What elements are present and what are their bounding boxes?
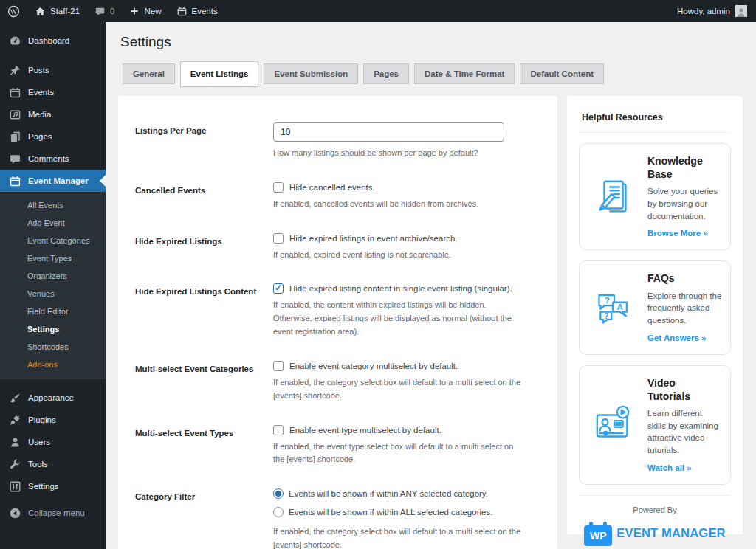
svg-text:?: ? — [605, 296, 610, 305]
field-label: Multi-select Event Types — [135, 425, 273, 467]
submenu-organizers[interactable]: Organizers — [0, 267, 106, 285]
help-text: If enabled, the category select box will… — [273, 376, 524, 403]
card-desc: Explore through the frequently asked que… — [647, 290, 723, 327]
pages-icon — [9, 131, 21, 143]
wrench-icon — [9, 458, 21, 471]
field-label: Listings Per Page — [135, 122, 273, 160]
submenu-add-event[interactable]: Add Event — [0, 214, 106, 232]
multiselect-categories-checkbox[interactable] — [273, 361, 284, 371]
checkbox-label: Hide expired listings in event archive/s… — [289, 234, 458, 243]
category-filter-all-radio[interactable] — [273, 507, 284, 517]
sidebar-item-users[interactable]: Users — [0, 431, 106, 453]
tab-event-submission[interactable]: Event Submission — [264, 63, 358, 84]
radio-label: Events will be shown if within ANY selec… — [289, 489, 488, 498]
media-icon — [9, 108, 21, 121]
sidebar-item-plugins[interactable]: Plugins — [0, 409, 106, 431]
knowledge-base-card: Knowledge Base Solve your queries by bro… — [579, 143, 731, 250]
user-icon — [9, 436, 21, 449]
svg-text:?: ? — [604, 312, 608, 320]
listings-per-page-input[interactable] — [273, 122, 504, 142]
helpful-resources-panel: Helpful Resources Knowledge Base Solve y… — [567, 96, 743, 534]
settings-form-panel: Listings Per Page How many listings shou… — [118, 96, 557, 549]
video-tutorials-icon — [587, 404, 642, 446]
hide-cancelled-events-checkbox[interactable] — [273, 182, 284, 193]
hide-expired-listings-checkbox[interactable] — [273, 233, 284, 244]
powered-by-label: Powered By — [579, 505, 731, 514]
wp-calendar-logo-icon: WP — [584, 525, 612, 546]
hide-expired-content-checkbox[interactable] — [273, 283, 284, 294]
sidebar-item-media[interactable]: Media — [0, 103, 106, 125]
card-desc: Solve your queries by browsing our docum… — [647, 185, 723, 222]
wordpress-logo-menu[interactable] — [0, 0, 27, 22]
multiselect-types-checkbox[interactable] — [273, 425, 284, 435]
video-tutorials-card: Video Tutorials Learn different skills b… — [579, 365, 731, 485]
comment-bubble-icon — [94, 6, 106, 17]
collapse-menu-button[interactable]: Collapse menu — [0, 502, 106, 524]
field-label: Hide Expired Listings — [135, 233, 273, 262]
row-hide-expired-listings-content: Hide Expired Listings Content Hide expir… — [135, 283, 543, 338]
wp-event-manager-logo: WP EVENT MANAGER — [579, 521, 731, 546]
new-content-menu[interactable]: New — [122, 0, 168, 22]
row-cancelled-events: Cancelled Events Hide cancelled events. … — [135, 182, 543, 211]
tab-event-listings[interactable]: Event Listings — [180, 61, 259, 87]
checkbox-label: Enable event category multiselect by def… — [289, 362, 458, 370]
powered-by-section: Powered By WP EVENT MANAGER — [579, 495, 731, 546]
svg-text:A: A — [617, 303, 623, 311]
sliders-icon — [9, 480, 21, 493]
events-shortcut[interactable]: Events — [169, 0, 225, 22]
site-link[interactable]: Staff-21 — [27, 0, 87, 22]
card-desc: Learn different skills by examining attr… — [647, 407, 723, 457]
row-multiselect-event-types: Multi-select Event Types Enable event ty… — [135, 425, 543, 467]
row-listings-per-page: Listings Per Page How many listings shou… — [135, 122, 543, 160]
tab-default-content[interactable]: Default Content — [520, 63, 604, 84]
calendar-icon — [9, 175, 21, 187]
sidebar-item-event-manager[interactable]: Event Manager — [0, 170, 106, 192]
faqs-icon: ? A ? — [587, 287, 642, 328]
resources-title: Helpful Resources — [579, 105, 731, 132]
events-label: Events — [192, 7, 218, 15]
sidebar-item-comments[interactable]: Comments — [0, 148, 106, 170]
card-title: FAQs — [647, 272, 720, 285]
sidebar-item-dashboard[interactable]: Dashboard — [0, 30, 106, 52]
help-text: If enabled, cancelled events will be hid… — [273, 198, 524, 211]
tab-pages[interactable]: Pages — [363, 63, 409, 84]
submenu-field-editor[interactable]: Field Editor — [0, 303, 106, 320]
sidebar-item-events[interactable]: Events — [0, 81, 106, 103]
card-title: Video Tutorials — [647, 376, 720, 403]
sidebar-item-pages[interactable]: Pages — [0, 125, 106, 148]
submenu-settings[interactable]: Settings — [0, 320, 106, 338]
checkbox-label: Hide expired listing content in single e… — [289, 284, 512, 293]
comments-shortcut[interactable]: 0 — [87, 0, 122, 22]
row-multiselect-event-categories: Multi-select Event Categories Enable eve… — [135, 361, 543, 403]
category-filter-any-radio[interactable] — [273, 488, 284, 499]
submenu-shortcodes[interactable]: Shortcodes — [0, 338, 106, 356]
submenu-event-categories[interactable]: Event Categories — [0, 232, 106, 249]
admin-sidebar: Dashboard Posts Events Media Pages Comme… — [0, 22, 106, 549]
home-icon — [35, 6, 46, 17]
settings-tabs: General Event Listings Event Submission … — [123, 63, 604, 87]
get-answers-link[interactable]: Get Answers » — [647, 334, 706, 342]
sidebar-item-settings[interactable]: Settings — [0, 475, 106, 497]
tab-date-time-format[interactable]: Date & Time Format — [414, 63, 515, 84]
submenu-venues[interactable]: Venues — [0, 285, 106, 303]
account-menu[interactable]: Howdy, admin — [670, 0, 756, 22]
watch-all-link[interactable]: Watch all » — [647, 463, 692, 472]
submenu-all-events[interactable]: All Events — [0, 196, 106, 214]
tab-general[interactable]: General — [123, 63, 175, 84]
browse-more-link[interactable]: Browse More » — [647, 229, 708, 238]
site-name: Staff-21 — [50, 7, 80, 15]
comment-icon — [9, 153, 21, 165]
sidebar-item-posts[interactable]: Posts — [0, 59, 106, 81]
sidebar-item-tools[interactable]: Tools — [0, 453, 106, 475]
plus-icon — [129, 6, 140, 16]
submenu-add-ons[interactable]: Add-ons — [0, 356, 106, 373]
sidebar-item-appearance[interactable]: Appearance — [0, 387, 106, 409]
help-text: If enabled, the content within expired l… — [273, 299, 524, 338]
submenu-event-types[interactable]: Event Types — [0, 249, 106, 267]
logo-text: EVENT MANAGER — [616, 526, 725, 540]
avatar — [735, 5, 747, 17]
field-label: Multi-select Event Categories — [135, 361, 273, 403]
admin-bar: Staff-21 0 New Events Howdy, admin — [0, 0, 756, 22]
howdy-text: Howdy, admin — [677, 7, 730, 15]
card-title: Knowledge Base — [647, 154, 720, 181]
